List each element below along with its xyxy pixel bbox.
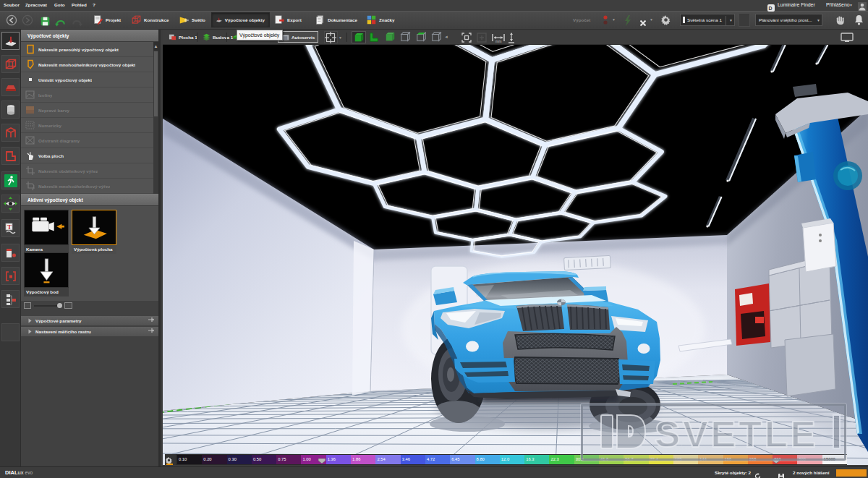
svg-text:T: T [7, 223, 12, 231]
svg-text:D: D [769, 6, 773, 11]
svg-text:mm: mm [495, 39, 501, 43]
svg-text:SVETLE: SVETLE [655, 414, 818, 454]
